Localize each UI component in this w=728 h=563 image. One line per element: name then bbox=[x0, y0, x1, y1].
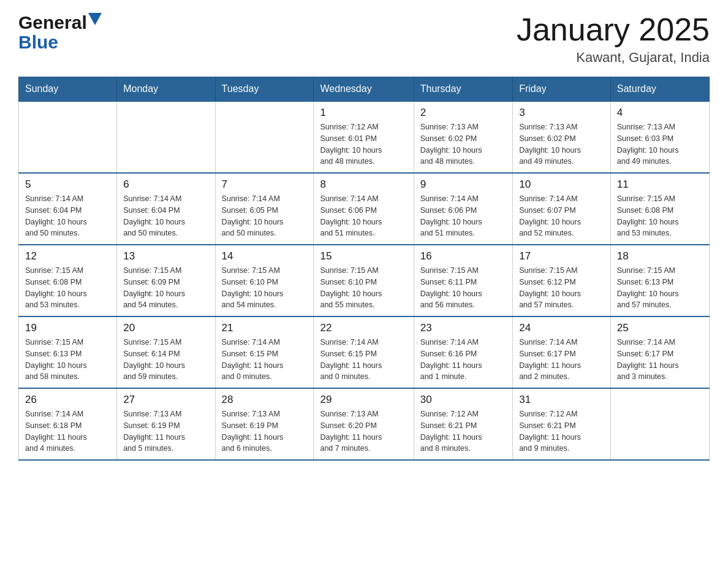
weekday-header-friday: Friday bbox=[513, 77, 611, 102]
day-number: 24 bbox=[519, 322, 604, 334]
day-number: 16 bbox=[420, 250, 506, 262]
day-number: 13 bbox=[123, 250, 208, 262]
calendar-cell bbox=[215, 101, 314, 173]
day-info: Sunrise: 7:14 AM Sunset: 6:04 PM Dayligh… bbox=[123, 193, 208, 239]
calendar-cell: 15Sunrise: 7:15 AM Sunset: 6:10 PM Dayli… bbox=[314, 245, 414, 316]
weekday-header-sunday: Sunday bbox=[19, 77, 117, 102]
calendar-cell bbox=[117, 101, 215, 173]
day-number: 11 bbox=[617, 178, 703, 191]
calendar-cell: 5Sunrise: 7:14 AM Sunset: 6:04 PM Daylig… bbox=[19, 173, 117, 245]
day-number: 31 bbox=[519, 394, 604, 406]
day-info: Sunrise: 7:14 AM Sunset: 6:05 PM Dayligh… bbox=[222, 193, 308, 239]
day-info: Sunrise: 7:13 AM Sunset: 6:20 PM Dayligh… bbox=[320, 408, 407, 454]
calendar-cell: 17Sunrise: 7:15 AM Sunset: 6:12 PM Dayli… bbox=[513, 245, 611, 316]
day-number: 22 bbox=[320, 322, 407, 334]
logo: General Blue bbox=[18, 12, 102, 52]
day-number: 15 bbox=[320, 250, 407, 262]
day-number: 10 bbox=[519, 178, 604, 191]
calendar-cell: 10Sunrise: 7:14 AM Sunset: 6:07 PM Dayli… bbox=[513, 173, 611, 245]
weekday-header-saturday: Saturday bbox=[610, 77, 709, 102]
day-number: 25 bbox=[617, 322, 703, 334]
day-info: Sunrise: 7:15 AM Sunset: 6:13 PM Dayligh… bbox=[25, 337, 110, 383]
calendar-cell: 26Sunrise: 7:14 AM Sunset: 6:18 PM Dayli… bbox=[19, 388, 117, 460]
calendar-cell: 8Sunrise: 7:14 AM Sunset: 6:06 PM Daylig… bbox=[314, 173, 414, 245]
day-info: Sunrise: 7:15 AM Sunset: 6:13 PM Dayligh… bbox=[617, 265, 703, 311]
day-info: Sunrise: 7:14 AM Sunset: 6:06 PM Dayligh… bbox=[420, 193, 506, 239]
day-info: Sunrise: 7:14 AM Sunset: 6:18 PM Dayligh… bbox=[25, 408, 110, 454]
day-number: 21 bbox=[222, 322, 308, 334]
calendar-cell bbox=[610, 388, 709, 460]
calendar-week-row: 26Sunrise: 7:14 AM Sunset: 6:18 PM Dayli… bbox=[19, 388, 710, 460]
calendar-week-row: 5Sunrise: 7:14 AM Sunset: 6:04 PM Daylig… bbox=[19, 173, 710, 245]
day-info: Sunrise: 7:14 AM Sunset: 6:07 PM Dayligh… bbox=[519, 193, 604, 239]
logo-text-blue: Blue bbox=[18, 33, 102, 52]
day-info: Sunrise: 7:12 AM Sunset: 6:01 PM Dayligh… bbox=[320, 121, 407, 167]
day-info: Sunrise: 7:15 AM Sunset: 6:10 PM Dayligh… bbox=[320, 265, 407, 311]
day-info: Sunrise: 7:15 AM Sunset: 6:11 PM Dayligh… bbox=[420, 265, 506, 311]
calendar-cell: 16Sunrise: 7:15 AM Sunset: 6:11 PM Dayli… bbox=[414, 245, 512, 316]
day-info: Sunrise: 7:14 AM Sunset: 6:15 PM Dayligh… bbox=[222, 337, 308, 383]
calendar-week-row: 12Sunrise: 7:15 AM Sunset: 6:08 PM Dayli… bbox=[19, 245, 710, 316]
day-number: 20 bbox=[123, 322, 208, 334]
calendar-week-row: 19Sunrise: 7:15 AM Sunset: 6:13 PM Dayli… bbox=[19, 316, 710, 388]
day-info: Sunrise: 7:12 AM Sunset: 6:21 PM Dayligh… bbox=[420, 408, 506, 454]
day-number: 1 bbox=[320, 107, 407, 119]
calendar-cell: 23Sunrise: 7:14 AM Sunset: 6:16 PM Dayli… bbox=[414, 316, 512, 388]
calendar-cell: 25Sunrise: 7:14 AM Sunset: 6:17 PM Dayli… bbox=[610, 316, 709, 388]
day-number: 26 bbox=[25, 394, 110, 406]
weekday-header-tuesday: Tuesday bbox=[215, 77, 314, 102]
calendar-cell: 24Sunrise: 7:14 AM Sunset: 6:17 PM Dayli… bbox=[513, 316, 611, 388]
calendar-cell: 6Sunrise: 7:14 AM Sunset: 6:04 PM Daylig… bbox=[117, 173, 215, 245]
day-info: Sunrise: 7:14 AM Sunset: 6:17 PM Dayligh… bbox=[617, 337, 703, 383]
calendar-cell: 13Sunrise: 7:15 AM Sunset: 6:09 PM Dayli… bbox=[117, 245, 215, 316]
calendar-cell: 21Sunrise: 7:14 AM Sunset: 6:15 PM Dayli… bbox=[215, 316, 314, 388]
day-number: 5 bbox=[25, 178, 110, 191]
calendar-cell: 27Sunrise: 7:13 AM Sunset: 6:19 PM Dayli… bbox=[117, 388, 215, 460]
day-number: 23 bbox=[420, 322, 506, 334]
day-info: Sunrise: 7:14 AM Sunset: 6:17 PM Dayligh… bbox=[519, 337, 604, 383]
day-number: 27 bbox=[123, 394, 208, 406]
day-number: 6 bbox=[123, 178, 208, 191]
calendar-cell: 18Sunrise: 7:15 AM Sunset: 6:13 PM Dayli… bbox=[610, 245, 709, 316]
calendar-cell: 11Sunrise: 7:15 AM Sunset: 6:08 PM Dayli… bbox=[610, 173, 709, 245]
weekday-header-row: SundayMondayTuesdayWednesdayThursdayFrid… bbox=[19, 77, 710, 102]
calendar-cell: 14Sunrise: 7:15 AM Sunset: 6:10 PM Dayli… bbox=[215, 245, 314, 316]
weekday-header-thursday: Thursday bbox=[414, 77, 512, 102]
logo-text-general: General bbox=[18, 12, 87, 33]
day-info: Sunrise: 7:13 AM Sunset: 6:19 PM Dayligh… bbox=[123, 408, 208, 454]
day-number: 9 bbox=[420, 178, 506, 191]
calendar-cell: 28Sunrise: 7:13 AM Sunset: 6:19 PM Dayli… bbox=[215, 388, 314, 460]
day-number: 8 bbox=[320, 178, 407, 191]
day-number: 18 bbox=[617, 250, 703, 262]
day-info: Sunrise: 7:13 AM Sunset: 6:02 PM Dayligh… bbox=[420, 121, 506, 167]
calendar-cell: 3Sunrise: 7:13 AM Sunset: 6:02 PM Daylig… bbox=[513, 101, 611, 173]
day-info: Sunrise: 7:15 AM Sunset: 6:08 PM Dayligh… bbox=[25, 265, 110, 311]
calendar-cell: 1Sunrise: 7:12 AM Sunset: 6:01 PM Daylig… bbox=[314, 101, 414, 173]
day-number: 17 bbox=[519, 250, 604, 262]
day-info: Sunrise: 7:14 AM Sunset: 6:15 PM Dayligh… bbox=[320, 337, 407, 383]
day-info: Sunrise: 7:14 AM Sunset: 6:16 PM Dayligh… bbox=[420, 337, 506, 383]
day-info: Sunrise: 7:15 AM Sunset: 6:09 PM Dayligh… bbox=[123, 265, 208, 311]
calendar-cell: 31Sunrise: 7:12 AM Sunset: 6:21 PM Dayli… bbox=[513, 388, 611, 460]
day-number: 4 bbox=[617, 107, 703, 119]
day-number: 3 bbox=[519, 107, 604, 119]
day-number: 28 bbox=[222, 394, 308, 406]
page-header: General Blue January 2025 Kawant, Gujara… bbox=[18, 12, 710, 66]
calendar-cell: 20Sunrise: 7:15 AM Sunset: 6:14 PM Dayli… bbox=[117, 316, 215, 388]
day-number: 7 bbox=[222, 178, 308, 191]
logo-arrow-icon bbox=[88, 13, 102, 30]
day-info: Sunrise: 7:13 AM Sunset: 6:19 PM Dayligh… bbox=[222, 408, 308, 454]
calendar-cell: 19Sunrise: 7:15 AM Sunset: 6:13 PM Dayli… bbox=[19, 316, 117, 388]
day-info: Sunrise: 7:14 AM Sunset: 6:04 PM Dayligh… bbox=[25, 193, 110, 239]
day-number: 30 bbox=[420, 394, 506, 406]
day-number: 2 bbox=[420, 107, 506, 119]
calendar-cell: 12Sunrise: 7:15 AM Sunset: 6:08 PM Dayli… bbox=[19, 245, 117, 316]
day-number: 14 bbox=[222, 250, 308, 262]
weekday-header-wednesday: Wednesday bbox=[314, 77, 414, 102]
calendar-week-row: 1Sunrise: 7:12 AM Sunset: 6:01 PM Daylig… bbox=[19, 101, 710, 173]
calendar-cell: 9Sunrise: 7:14 AM Sunset: 6:06 PM Daylig… bbox=[414, 173, 512, 245]
day-info: Sunrise: 7:14 AM Sunset: 6:06 PM Dayligh… bbox=[320, 193, 407, 239]
calendar-table: SundayMondayTuesdayWednesdayThursdayFrid… bbox=[18, 77, 710, 461]
day-info: Sunrise: 7:15 AM Sunset: 6:12 PM Dayligh… bbox=[519, 265, 604, 311]
day-number: 29 bbox=[320, 394, 407, 406]
